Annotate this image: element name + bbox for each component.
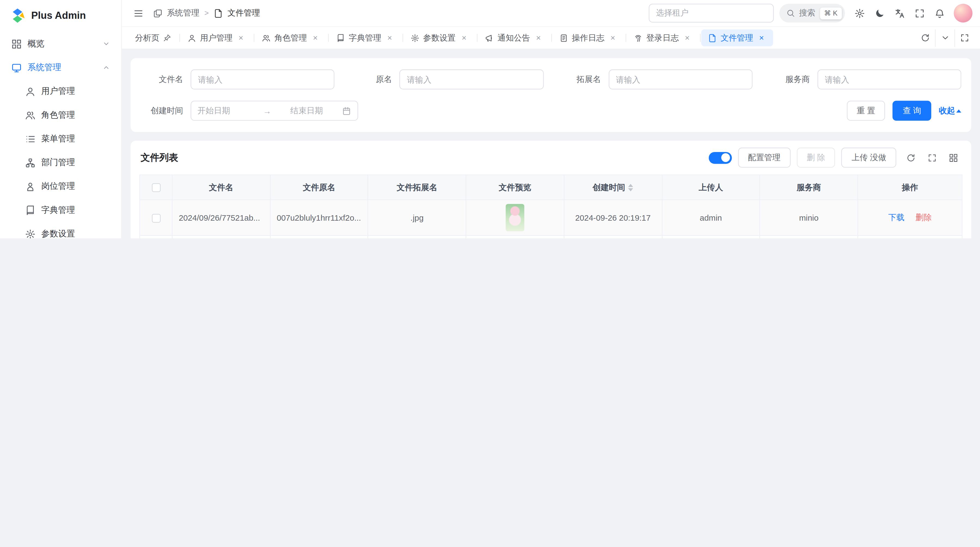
tab-label: 通知公告 (498, 32, 530, 43)
row-checkbox[interactable] (152, 214, 160, 223)
end-date-placeholder: 结束日期 (276, 105, 337, 116)
breadcrumb-system-mgmt[interactable]: > 系统管理 (153, 8, 199, 19)
dark-mode-icon[interactable] (870, 4, 888, 22)
tenant-select[interactable]: 选择租户 (648, 4, 773, 22)
column-settings-icon[interactable] (945, 150, 961, 166)
tab-analysis[interactable]: 分析页 × (128, 29, 178, 46)
sidebar-item-icon (25, 86, 36, 97)
reset-button[interactable]: 重 置 (846, 101, 885, 121)
sidebar-item-dept-mgmt[interactable]: 部门管理 (5, 151, 116, 174)
chevron-icon (103, 40, 110, 48)
tab-icon (485, 33, 494, 42)
sidebar-item-system-mgmt[interactable]: 系统管理 (5, 56, 116, 79)
sidebar-item-label: 部门管理 (41, 157, 97, 168)
created-time-label: 创建时间 (141, 105, 183, 116)
sidebar-item-post-mgmt[interactable]: 岗位管理 (5, 175, 116, 198)
breadcrumb-label: 系统管理 (167, 8, 199, 19)
close-tab-icon[interactable]: × (236, 33, 245, 43)
refresh-page-icon[interactable] (915, 29, 935, 46)
settings-icon[interactable] (851, 4, 868, 22)
tab-label: 角色管理 (274, 32, 307, 43)
sidebar-item-icon (25, 228, 36, 238)
collapse-filters-link[interactable]: 收起 (939, 105, 961, 116)
sidebar-item-icon (25, 205, 36, 215)
header-select-all (140, 175, 172, 200)
sidebar-item-overview[interactable]: 概览 (5, 32, 116, 56)
file-table-head: 文件名 文件原名 (140, 175, 962, 200)
column-header-label: 创建时间 (593, 182, 625, 193)
sort-caret-icon[interactable] (628, 181, 633, 194)
toolbar-icons (902, 150, 961, 166)
filter-provider: 服务商 (767, 69, 961, 89)
config-management-button[interactable]: 配置管理 (738, 148, 791, 167)
close-tab-icon[interactable]: × (310, 33, 320, 43)
filter-input[interactable] (608, 69, 752, 89)
tab-file-mgmt[interactable]: 文件管理 × (701, 29, 773, 46)
close-tab-icon[interactable]: × (385, 33, 394, 43)
filter-original-name: 原名 (350, 69, 543, 89)
filter-input[interactable] (191, 69, 334, 89)
open-tabs: 分析页 × 用户管理 (128, 29, 773, 46)
cell-actions: 下载 删除 (858, 200, 962, 236)
content-fullscreen-icon[interactable] (955, 29, 974, 46)
refresh-list-icon[interactable] (902, 150, 919, 166)
tab-oper-log[interactable]: 操作日志 × (553, 29, 624, 46)
app-logo[interactable]: Plus Admin (0, 0, 121, 30)
upload-button[interactable]: 上传 没做 (842, 148, 896, 167)
fullscreen-icon[interactable] (911, 4, 928, 22)
sidebar-item-dict-mgmt[interactable]: 字典管理 (5, 198, 116, 222)
sidebar-item-label: 菜单管理 (41, 133, 97, 144)
sidebar-item-param-settings[interactable]: 参数设置 (5, 222, 116, 238)
language-icon[interactable] (891, 4, 908, 22)
chevron-icon (103, 64, 110, 71)
close-tab-icon[interactable]: × (682, 33, 692, 43)
close-tab-icon[interactable]: × (459, 33, 468, 43)
select-all-checkbox[interactable] (152, 183, 160, 192)
tab-user-mgmt[interactable]: 用户管理 × (181, 29, 253, 46)
breadcrumb-file-mgmt[interactable]: > 文件管理 (204, 8, 260, 19)
close-tab-icon[interactable]: × (608, 33, 617, 43)
tab-icon (188, 33, 196, 42)
filter-fields: 文件名 原名 拓展名 (141, 69, 961, 89)
column-header-label: 服务商 (797, 182, 821, 193)
file-preview-thumbnail[interactable] (506, 204, 524, 231)
filter-card: 文件名 原名 拓展名 (130, 58, 971, 132)
tabs-dropdown-icon[interactable] (935, 29, 955, 46)
tab-param-settings[interactable]: 参数设置 × (404, 29, 476, 46)
hamburger-menu-icon[interactable] (129, 4, 147, 22)
sidebar-item-role-mgmt[interactable]: 角色管理 (5, 103, 116, 127)
tab-login-log[interactable]: 登录日志 × (627, 29, 699, 46)
sidebar-item-menu-mgmt[interactable]: 菜单管理 (5, 127, 116, 151)
toggle-switch[interactable] (709, 152, 732, 164)
file-table: 文件名 文件原名 (139, 175, 963, 238)
delete-link[interactable]: 删除 (915, 213, 932, 222)
global-search[interactable]: 搜索 ⌘ K (779, 4, 845, 22)
column-header-label: 文件拓展名 (397, 182, 437, 193)
tab-role-mgmt[interactable]: 角色管理 × (255, 29, 327, 46)
filter-input[interactable] (399, 69, 544, 89)
column-header: 文件原名 (270, 175, 368, 200)
cell-actions: 下载 删除 (858, 235, 962, 238)
download-link[interactable]: 下载 (888, 213, 905, 222)
filter-input[interactable] (817, 69, 961, 89)
sidebar-item-label: 字典管理 (41, 204, 97, 216)
close-tab-icon[interactable]: × (534, 33, 543, 43)
table-fullscreen-icon[interactable] (924, 150, 940, 166)
tab-notice[interactable]: 通知公告 × (478, 29, 550, 46)
column-header-label: 文件原名 (303, 182, 335, 193)
date-range-picker[interactable]: 开始日期 → 结束日期 (191, 101, 358, 121)
collapse-label: 收起 (939, 105, 955, 116)
sidebar-item-user-mgmt[interactable]: 用户管理 (5, 80, 116, 103)
filter-extension: 拓展名 (558, 69, 752, 89)
breadcrumb: > 系统管理 > 文件管理 (153, 8, 260, 19)
delete-button[interactable]: 删 除 (797, 148, 835, 167)
notifications-icon[interactable] (931, 4, 948, 22)
column-header-label: 上传人 (698, 182, 723, 193)
close-tab-icon[interactable]: × (757, 33, 766, 43)
user-avatar[interactable] (954, 4, 973, 22)
tab-label: 参数设置 (423, 32, 455, 43)
search-button[interactable]: 查 询 (892, 101, 931, 121)
main-area: > 系统管理 > 文件管理 选择租户 搜索 (122, 0, 980, 238)
tab-dict-mgmt[interactable]: 字典管理 × (329, 29, 401, 46)
pin-icon (163, 34, 171, 42)
